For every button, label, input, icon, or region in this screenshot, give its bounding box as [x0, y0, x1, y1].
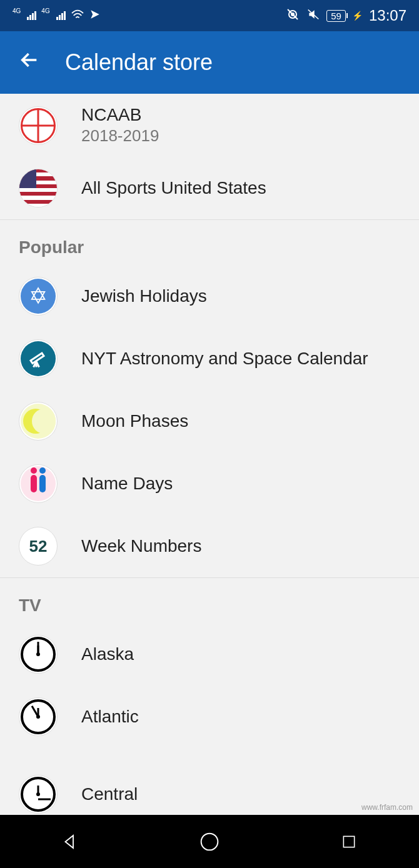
calendar-item-week-numbers[interactable]: 52 Week Numbers	[0, 515, 419, 577]
calendar-item-ncaab[interactable]: NCAAB 2018-2019	[0, 94, 419, 157]
nav-recent-button[interactable]	[338, 831, 360, 853]
clock-time: 13:07	[369, 7, 406, 24]
section-header-tv: TV	[0, 578, 419, 623]
signal-icon-2	[56, 11, 66, 20]
telescope-icon	[19, 339, 58, 378]
basketball-icon	[19, 106, 58, 145]
navigation-bar	[0, 815, 419, 868]
calendar-item-alaska[interactable]: Alaska	[0, 623, 419, 686]
status-left: 4G 4G	[13, 9, 101, 23]
content: NCAAB 2018-2019 All Sports United States…	[0, 94, 419, 811]
status-bar: 4G 4G 59 ⚡ 13:07	[0, 0, 419, 31]
people-icon	[19, 464, 58, 503]
item-title: Week Numbers	[81, 536, 201, 556]
back-button[interactable]	[19, 49, 40, 76]
mute-icon	[306, 8, 320, 24]
calendar-item-nyt-astronomy[interactable]: NYT Astronomy and Space Calendar	[0, 327, 419, 390]
item-title: Name Days	[81, 474, 173, 494]
nav-back-button[interactable]	[59, 831, 81, 853]
moon-icon	[19, 402, 58, 441]
watermark: www.frfam.com	[361, 803, 413, 812]
star-david-icon: ✡	[19, 277, 58, 316]
page-title: Calendar store	[65, 49, 213, 76]
item-subtitle: 2018-2019	[81, 126, 400, 146]
calendar-item-jewish-holidays[interactable]: ✡ Jewish Holidays	[0, 265, 419, 327]
item-title: Alaska	[81, 644, 134, 664]
section-header-popular: Popular	[0, 220, 419, 265]
calendar-item-moon-phases[interactable]: Moon Phases	[0, 390, 419, 452]
item-title: NCAAB	[81, 105, 400, 125]
item-title: Jewish Holidays	[81, 286, 207, 306]
week-number-icon: 52	[19, 527, 58, 566]
signal-icon	[27, 11, 36, 20]
calendar-item-central[interactable]: Central	[0, 748, 419, 811]
nav-home-button[interactable]	[198, 831, 221, 853]
clock-icon	[19, 697, 58, 736]
network-label-2: 4G	[41, 7, 49, 14]
item-title: Atlantic	[81, 707, 139, 727]
send-icon	[89, 9, 101, 23]
wifi-icon	[71, 9, 84, 23]
item-title: Central	[81, 784, 138, 804]
calendar-item-all-sports-us[interactable]: All Sports United States	[0, 157, 419, 219]
charging-icon: ⚡	[352, 11, 363, 21]
clock-icon	[19, 775, 58, 814]
svg-rect-5	[344, 836, 355, 847]
svg-point-4	[201, 833, 218, 850]
flag-us-icon	[19, 169, 58, 207]
clock-icon	[19, 635, 58, 674]
battery-icon: 59	[326, 10, 346, 22]
item-title: NYT Astronomy and Space Calendar	[81, 349, 368, 369]
status-right: 59 ⚡ 13:07	[285, 7, 406, 24]
calendar-item-name-days[interactable]: Name Days	[0, 452, 419, 515]
item-title: All Sports United States	[81, 178, 400, 198]
calendar-item-atlantic[interactable]: Atlantic	[0, 686, 419, 748]
item-title: Moon Phases	[81, 411, 188, 431]
app-bar: Calendar store	[0, 31, 419, 94]
network-label-1: 4G	[13, 7, 21, 14]
eye-off-icon	[285, 8, 300, 24]
